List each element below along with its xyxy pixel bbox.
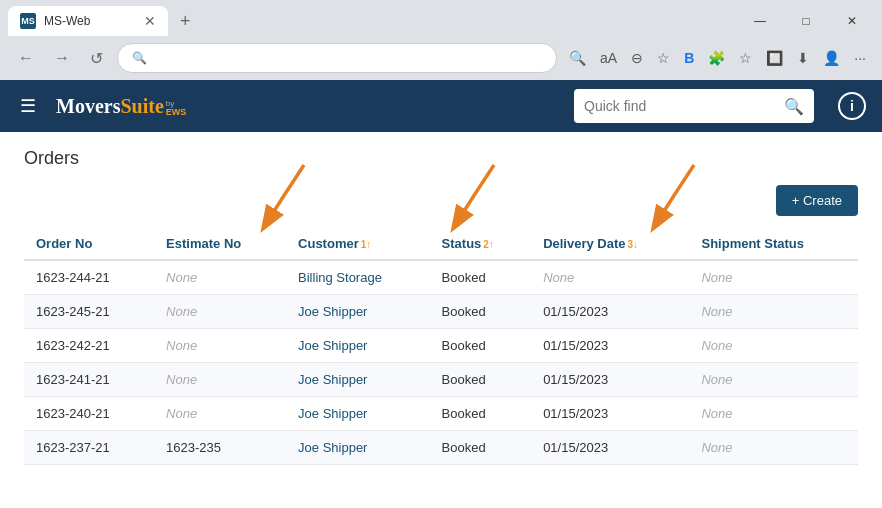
table-cell[interactable]: Joe Shipper [286, 397, 430, 431]
table-row[interactable]: 1623-244-21NoneBilling StorageBookedNone… [24, 260, 858, 295]
table-cell: None [689, 295, 858, 329]
logo-text: MoversSuite [56, 95, 164, 118]
table-cell: None [689, 431, 858, 465]
new-tab-button[interactable]: + [172, 7, 199, 36]
browser-tool-star[interactable]: ☆ [735, 46, 756, 70]
browser-tab[interactable]: MS MS-Web ✕ [8, 6, 168, 36]
address-bar: ← → ↺ 🔍 🔍 aA ⊖ ☆ B 🧩 ☆ 🔲 ⬇ 👤 ··· [0, 36, 882, 80]
quick-find-search[interactable]: 🔍 [574, 89, 814, 123]
table-cell: None [531, 260, 689, 295]
app-header: ☰ MoversSuite by EWS 🔍 i [0, 80, 882, 132]
refresh-button[interactable]: ↺ [84, 45, 109, 72]
table-cell: 1623-245-21 [24, 295, 154, 329]
search-submit-button[interactable]: 🔍 [784, 97, 804, 116]
table-cell: Booked [430, 363, 532, 397]
app-content: Orders [0, 132, 882, 508]
col-delivery-date[interactable]: Delivery Date3↓ [531, 228, 689, 260]
table-cell: 1623-241-21 [24, 363, 154, 397]
table-cell: None [154, 260, 286, 295]
col-order-no: Order No [24, 228, 154, 260]
table-cell[interactable]: Joe Shipper [286, 329, 430, 363]
table-cell[interactable]: Joe Shipper [286, 363, 430, 397]
table-cell: Booked [430, 329, 532, 363]
table-cell: 01/15/2023 [531, 329, 689, 363]
table-row[interactable]: 1623-242-21NoneJoe ShipperBooked01/15/20… [24, 329, 858, 363]
col-status[interactable]: Status2↑ [430, 228, 532, 260]
table-cell: None [154, 363, 286, 397]
tab-title: MS-Web [44, 14, 90, 28]
logo-ews: EWS [166, 108, 187, 117]
table-cell: None [689, 260, 858, 295]
table-cell: None [154, 295, 286, 329]
url-search-icon: 🔍 [132, 51, 147, 65]
table-cell: 1623-240-21 [24, 397, 154, 431]
browser-tool-browser[interactable]: 🔲 [762, 46, 787, 70]
table-cell: 1623-237-21 [24, 431, 154, 465]
table-row[interactable]: 1623-237-211623-235Joe ShipperBooked01/1… [24, 431, 858, 465]
table-cell: None [689, 329, 858, 363]
browser-tool-zoom[interactable]: ⊖ [627, 46, 647, 70]
table-cell: 1623-244-21 [24, 260, 154, 295]
table-cell: 1623-242-21 [24, 329, 154, 363]
col-estimate-no: Estimate No [154, 228, 286, 260]
back-button[interactable]: ← [12, 45, 40, 71]
table-cell: 01/15/2023 [531, 363, 689, 397]
browser-tool-search[interactable]: 🔍 [565, 46, 590, 70]
forward-button[interactable]: → [48, 45, 76, 71]
table-cell: 01/15/2023 [531, 295, 689, 329]
table-row[interactable]: 1623-245-21NoneJoe ShipperBooked01/15/20… [24, 295, 858, 329]
maximize-button[interactable]: □ [784, 6, 828, 36]
table-cell: 1623-235 [154, 431, 286, 465]
table-toolbar: + Create [24, 185, 858, 216]
tab-bar: MS MS-Web ✕ + — □ ✕ [0, 0, 882, 36]
page-title: Orders [24, 148, 858, 169]
table-cell: None [689, 363, 858, 397]
browser-tool-download[interactable]: ⬇ [793, 46, 813, 70]
browser-tool-menu[interactable]: ··· [850, 46, 870, 70]
table-cell: Booked [430, 295, 532, 329]
table-cell: 01/15/2023 [531, 397, 689, 431]
table-cell: Booked [430, 397, 532, 431]
browser-tools: 🔍 aA ⊖ ☆ B 🧩 ☆ 🔲 ⬇ 👤 ··· [565, 46, 870, 70]
table-row[interactable]: 1623-240-21NoneJoe ShipperBooked01/15/20… [24, 397, 858, 431]
col-shipment-status: Shipment Status [689, 228, 858, 260]
browser-tool-extension[interactable]: 🧩 [704, 46, 729, 70]
table-cell[interactable]: Billing Storage [286, 260, 430, 295]
browser-tool-favorite[interactable]: ☆ [653, 46, 674, 70]
table-cell: Booked [430, 260, 532, 295]
tab-favicon: MS [20, 13, 36, 29]
table-header-row: Order No Estimate No Customer1↑ Status2↑… [24, 228, 858, 260]
close-button[interactable]: ✕ [830, 6, 874, 36]
logo-area: MoversSuite by EWS [56, 95, 186, 118]
info-button[interactable]: i [838, 92, 866, 120]
tab-close-icon[interactable]: ✕ [144, 14, 156, 28]
minimize-button[interactable]: — [738, 6, 782, 36]
table-row[interactable]: 1623-241-21NoneJoe ShipperBooked01/15/20… [24, 363, 858, 397]
window-controls: — □ ✕ [738, 6, 874, 36]
col-customer[interactable]: Customer1↑ [286, 228, 430, 260]
table-cell: None [154, 329, 286, 363]
table-cell[interactable]: Joe Shipper [286, 295, 430, 329]
orders-table: Order No Estimate No Customer1↑ Status2↑… [24, 228, 858, 465]
table-cell: None [689, 397, 858, 431]
url-bar[interactable]: 🔍 [117, 43, 557, 73]
table-cell: Booked [430, 431, 532, 465]
browser-tool-read[interactable]: aA [596, 46, 621, 70]
browser-tool-profile[interactable]: 👤 [819, 46, 844, 70]
table-cell: 01/15/2023 [531, 431, 689, 465]
create-button[interactable]: + Create [776, 185, 858, 216]
table-cell[interactable]: Joe Shipper [286, 431, 430, 465]
hamburger-menu-button[interactable]: ☰ [16, 91, 40, 121]
app-wrapper: ☰ MoversSuite by EWS 🔍 i Orders [0, 80, 882, 508]
search-input[interactable] [584, 98, 776, 114]
browser-window: MS MS-Web ✕ + — □ ✕ ← → ↺ 🔍 🔍 aA ⊖ ☆ B 🧩… [0, 0, 882, 80]
browser-tool-bold[interactable]: B [680, 46, 698, 70]
table-cell: None [154, 397, 286, 431]
